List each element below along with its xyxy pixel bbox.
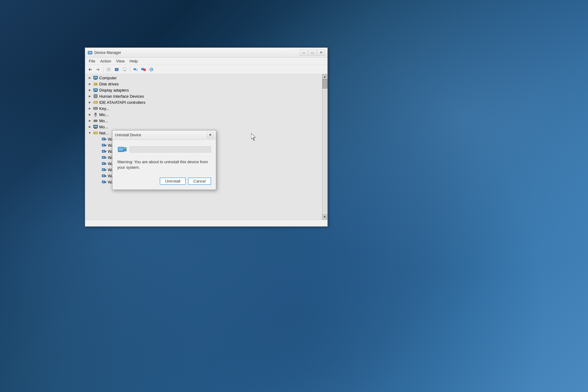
svg-rect-90 bbox=[119, 148, 123, 151]
svg-rect-3 bbox=[89, 54, 91, 54]
svg-rect-7 bbox=[96, 69, 98, 70]
menu-action[interactable]: Action bbox=[98, 58, 114, 64]
menu-help[interactable]: Help bbox=[127, 58, 140, 64]
title-bar: Device Manager ─ □ ✕ bbox=[85, 48, 327, 58]
dialog-close-button[interactable]: ✕ bbox=[207, 132, 213, 138]
status-bar bbox=[85, 220, 327, 226]
svg-point-26 bbox=[150, 69, 152, 70]
menu-file[interactable]: File bbox=[86, 58, 98, 64]
toolbar-scan[interactable] bbox=[121, 66, 128, 73]
toolbar-update[interactable]: ? bbox=[113, 66, 120, 73]
toolbar: ? + bbox=[85, 65, 327, 74]
toolbar-remove[interactable] bbox=[140, 66, 147, 73]
menu-view[interactable]: View bbox=[114, 58, 127, 64]
uninstall-dialog: Uninstall Device ✕ bbox=[112, 130, 216, 190]
uninstall-button[interactable]: Uninstall bbox=[160, 178, 186, 185]
svg-rect-2 bbox=[89, 54, 91, 54]
svg-rect-1 bbox=[89, 52, 92, 54]
content-area: ▶ Computer ▶ bbox=[85, 74, 327, 220]
minimize-button[interactable]: ─ bbox=[300, 50, 308, 56]
svg-rect-14 bbox=[123, 68, 126, 70]
dialog-warning: Warning: You are about to uninstall this… bbox=[117, 159, 211, 170]
svg-rect-10 bbox=[108, 70, 110, 70]
dialog-content: Warning: You are about to uninstall this… bbox=[112, 140, 216, 190]
menu-bar: File Action View Help bbox=[85, 58, 327, 65]
device-row bbox=[117, 145, 211, 154]
toolbar-forward[interactable] bbox=[94, 66, 102, 73]
svg-marker-27 bbox=[152, 69, 153, 70]
svg-rect-5 bbox=[90, 69, 92, 70]
toolbar-separator-2 bbox=[130, 67, 130, 72]
svg-rect-9 bbox=[108, 69, 110, 69]
dialog-buttons: Uninstall Cancel bbox=[117, 178, 211, 185]
dialog-overlay: Uninstall Device ✕ bbox=[85, 74, 327, 220]
window-title: Device Manager bbox=[94, 51, 300, 55]
toolbar-back[interactable] bbox=[86, 66, 94, 73]
toolbar-properties[interactable] bbox=[105, 66, 112, 73]
device-icon bbox=[117, 145, 127, 154]
toolbar-refresh[interactable] bbox=[148, 66, 155, 73]
svg-rect-15 bbox=[124, 70, 126, 70]
device-name-field bbox=[130, 146, 211, 153]
maximize-button[interactable]: □ bbox=[308, 50, 316, 56]
title-bar-buttons: ─ □ ✕ bbox=[300, 50, 325, 56]
dialog-title: Uninstall Device bbox=[115, 133, 207, 137]
window-icon bbox=[88, 50, 92, 55]
device-manager-window: Device Manager ─ □ ✕ File Action View He… bbox=[85, 47, 328, 227]
svg-rect-11 bbox=[108, 70, 109, 70]
toolbar-separator-1 bbox=[103, 67, 104, 72]
cancel-button[interactable]: Cancel bbox=[188, 178, 211, 185]
svg-text:+: + bbox=[136, 69, 137, 71]
close-button[interactable]: ✕ bbox=[317, 50, 325, 56]
toolbar-add[interactable]: + bbox=[132, 66, 139, 73]
dialog-title-bar: Uninstall Device ✕ bbox=[112, 130, 216, 140]
svg-rect-16 bbox=[124, 70, 125, 71]
svg-text:?: ? bbox=[116, 68, 118, 71]
